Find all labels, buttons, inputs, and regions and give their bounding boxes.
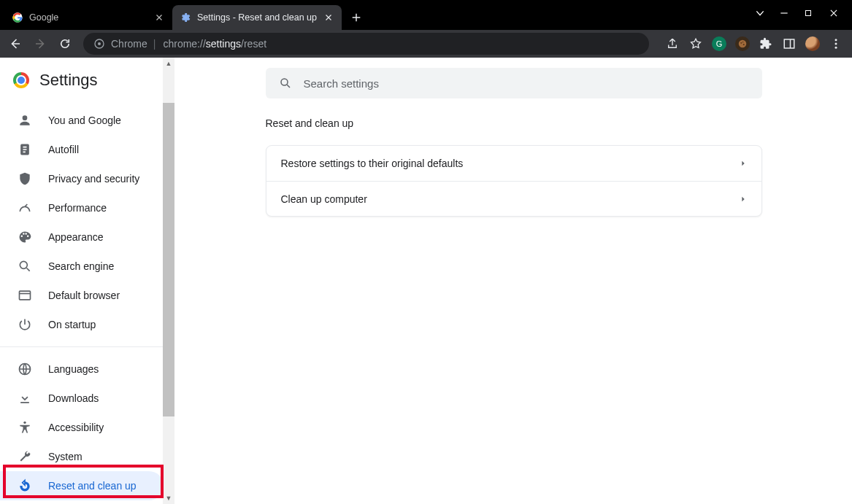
tab-strip: Google Settings - Reset and clean up: [0, 0, 366, 30]
sidebar-scrollbar-thumb[interactable]: [163, 103, 174, 416]
address-bar[interactable]: Chrome | chrome://settings/reset: [83, 33, 649, 55]
sidebar-item-languages[interactable]: Languages: [0, 354, 164, 384]
sidebar-item-system[interactable]: System: [0, 442, 164, 471]
sidebar-item-label: Reset and clean up: [48, 480, 137, 492]
sidebar-item-autofill[interactable]: Autofill: [0, 135, 164, 164]
page-title: Settings: [39, 71, 98, 90]
toolbar-right-icons: G: [659, 36, 843, 51]
browser-toolbar: Chrome | chrome://settings/reset G: [0, 30, 852, 58]
nav-divider: [0, 346, 164, 347]
reload-button[interactable]: [58, 37, 73, 50]
scroll-down-icon[interactable]: ▼: [163, 492, 174, 504]
sidebar-item-label: Default browser: [48, 290, 120, 301]
side-panel-icon[interactable]: [782, 36, 797, 51]
tab-settings[interactable]: Settings - Reset and clean up: [172, 5, 342, 30]
row-restore-defaults[interactable]: Restore settings to their original defau…: [266, 146, 761, 181]
svg-point-7: [743, 44, 745, 45]
site-label: Chrome: [111, 38, 147, 50]
sidebar-item-default-browser[interactable]: Default browser: [0, 281, 164, 310]
sidebar-item-label: Languages: [48, 363, 99, 375]
globe-icon: [18, 362, 32, 376]
nav-group-2: Languages Downloads Accessibility System…: [0, 352, 174, 503]
site-info-icon[interactable]: Chrome |: [93, 38, 156, 50]
share-icon[interactable]: [665, 36, 680, 51]
svg-point-13: [835, 47, 837, 49]
scroll-up-icon[interactable]: ▲: [163, 58, 174, 69]
extension-cookie-icon[interactable]: [735, 36, 750, 51]
shield-icon: [18, 171, 32, 186]
palette-icon: [18, 230, 32, 244]
forward-button[interactable]: [34, 37, 48, 50]
maximize-button[interactable]: [804, 9, 814, 18]
close-window-button[interactable]: [829, 8, 839, 18]
svg-rect-9: [784, 39, 794, 48]
svg-point-19: [23, 422, 26, 424]
new-tab-button[interactable]: [346, 7, 366, 28]
close-tab-icon[interactable]: [153, 12, 165, 23]
sidebar-item-label: Downloads: [48, 392, 99, 404]
svg-point-11: [835, 39, 837, 41]
svg-line-15: [27, 268, 30, 271]
svg-line-21: [287, 85, 290, 88]
autofill-icon: [18, 142, 32, 157]
settings-page: Settings You and Google Autofill Privacy…: [0, 58, 852, 504]
sidebar-item-reset[interactable]: Reset and clean up: [0, 471, 164, 500]
sidebar-item-label: On startup: [48, 319, 96, 330]
sidebar-item-on-startup[interactable]: On startup: [0, 310, 164, 339]
chevron-down-icon[interactable]: [754, 7, 764, 19]
sidebar-item-search-engine[interactable]: Search engine: [0, 252, 164, 281]
bookmark-star-icon[interactable]: [688, 36, 703, 51]
sidebar-item-label: You and Google: [48, 115, 121, 126]
sidebar-item-privacy[interactable]: Privacy and security: [0, 164, 164, 193]
svg-point-6: [740, 42, 742, 44]
row-clean-up-computer[interactable]: Clean up computer: [266, 181, 761, 216]
svg-point-14: [20, 261, 27, 268]
sidebar-scrollbar-track[interactable]: ▲ ▼: [163, 58, 174, 504]
browser-icon: [18, 288, 32, 303]
person-icon: [18, 113, 32, 128]
sidebar-item-accessibility[interactable]: Accessibility: [0, 413, 164, 442]
extension-grammarly-icon[interactable]: G: [712, 36, 726, 51]
profile-avatar[interactable]: [805, 36, 820, 51]
search-icon: [18, 259, 32, 274]
menu-kebab-icon[interactable]: [829, 36, 843, 51]
sidebar-item-label: Accessibility: [48, 422, 104, 433]
sidebar-item-label: Search engine: [48, 260, 114, 272]
svg-point-12: [835, 43, 837, 45]
extensions-puzzle-icon[interactable]: [759, 36, 773, 51]
reset-icon: [18, 478, 32, 493]
chevron-right-icon: [740, 195, 747, 203]
tab-label: Google: [29, 12, 58, 23]
window-controls: [754, 0, 852, 22]
sidebar-item-performance[interactable]: Performance: [0, 193, 164, 222]
performance-icon: [18, 201, 32, 215]
accessibility-icon: [18, 420, 32, 435]
sidebar-item-label: System: [48, 451, 82, 462]
settings-header: Settings: [0, 58, 174, 103]
tab-google[interactable]: Google: [4, 5, 172, 30]
google-favicon: [12, 12, 23, 23]
search-settings-input[interactable]: Search settings: [266, 68, 762, 98]
sidebar-item-you-and-google[interactable]: You and Google: [0, 106, 164, 135]
row-label: Clean up computer: [281, 193, 367, 205]
settings-favicon: [180, 12, 191, 23]
sidebar-item-label: Autofill: [48, 144, 79, 155]
minimize-button[interactable]: [779, 8, 789, 18]
svg-point-20: [281, 79, 288, 85]
sidebar-item-downloads[interactable]: Downloads: [0, 384, 164, 413]
download-icon: [18, 391, 32, 406]
svg-point-4: [98, 42, 101, 45]
wrench-icon: [18, 449, 32, 464]
chrome-logo-icon: [13, 72, 29, 88]
nav-group-1: You and Google Autofill Privacy and secu…: [0, 103, 174, 342]
settings-sidebar: Settings You and Google Autofill Privacy…: [0, 58, 175, 504]
back-button[interactable]: [9, 37, 23, 50]
url-text: chrome://settings/reset: [163, 38, 266, 50]
svg-point-5: [739, 40, 747, 48]
tab-label: Settings - Reset and clean up: [197, 12, 317, 23]
sidebar-item-appearance[interactable]: Appearance: [0, 222, 164, 252]
close-tab-icon[interactable]: [323, 12, 334, 23]
search-icon: [279, 77, 292, 90]
sidebar-item-label: Performance: [48, 202, 107, 214]
window-titlebar: Google Settings - Reset and clean up: [0, 0, 852, 30]
